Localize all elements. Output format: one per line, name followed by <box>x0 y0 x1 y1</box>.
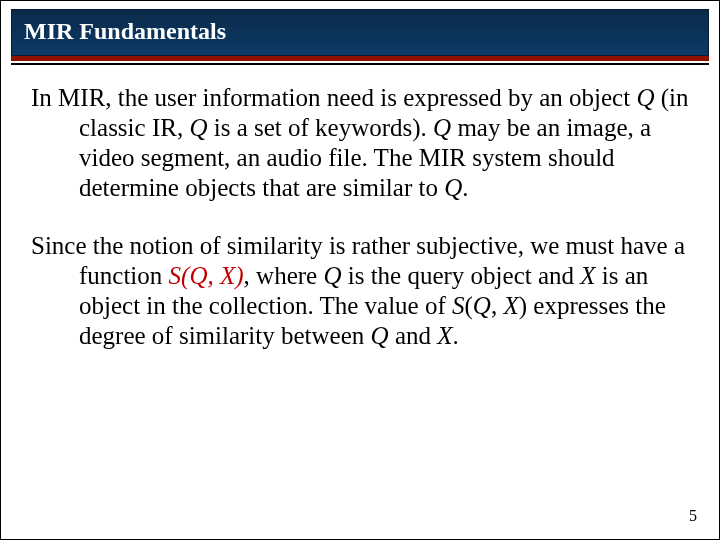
var-q: Q <box>189 262 207 289</box>
comma: , <box>207 262 220 289</box>
similarity-fn: S(Q, X) <box>169 262 244 289</box>
title-bar: MIR Fundamentals <box>11 9 709 61</box>
var-q: Q <box>371 322 389 349</box>
slide-title: MIR Fundamentals <box>11 9 709 56</box>
paragraph-2: Since the notion of similarity is rather… <box>31 231 689 351</box>
accent-bar <box>11 56 709 61</box>
text: is the query object and <box>341 262 580 289</box>
page-number: 5 <box>689 507 697 525</box>
paragraph-1: In MIR, the user information need is exp… <box>31 83 689 203</box>
var-x: X <box>437 322 452 349</box>
text: . <box>453 322 459 349</box>
var-x: X <box>580 262 595 289</box>
var-s: S <box>169 262 182 289</box>
var-x: X <box>220 262 235 289</box>
slide-body: In MIR, the user information need is exp… <box>1 65 719 539</box>
var-q: Q <box>189 114 207 141</box>
var-q: Q <box>323 262 341 289</box>
slide: MIR Fundamentals In MIR, the user inform… <box>0 0 720 540</box>
paren: ) <box>235 262 243 289</box>
text: . <box>462 174 468 201</box>
text: is a set of keywords). <box>207 114 433 141</box>
var-x: X <box>503 292 518 319</box>
var-s: S <box>452 292 465 319</box>
text: In MIR, the user information need is exp… <box>31 84 636 111</box>
paren: ) <box>519 292 527 319</box>
var-q: Q <box>636 84 654 111</box>
paren: ( <box>465 292 473 319</box>
var-q: Q <box>433 114 451 141</box>
text: , where <box>244 262 324 289</box>
var-q: Q <box>473 292 491 319</box>
var-q: Q <box>444 174 462 201</box>
comma: , <box>491 292 504 319</box>
text: and <box>389 322 438 349</box>
